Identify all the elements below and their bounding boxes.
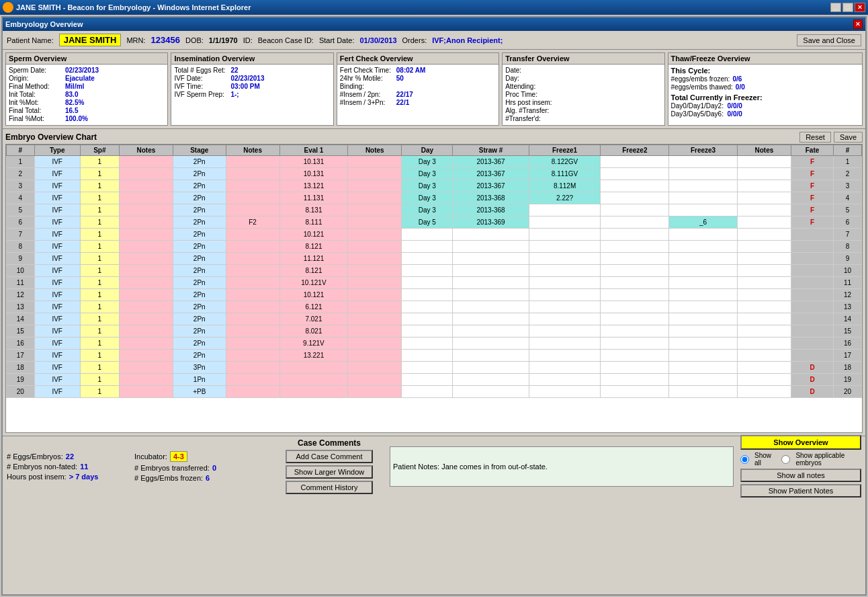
cell-hashnum: 20: [834, 386, 862, 398]
cell-freeze3: [669, 253, 738, 265]
window-close-button[interactable]: ✕: [853, 19, 863, 29]
final-pctmot-value: 100.0%: [65, 115, 88, 122]
cell-num: 17: [7, 350, 35, 362]
cell-notes3: [348, 374, 402, 386]
col-header-sp: Sp#: [80, 145, 119, 156]
cell-straw: [453, 265, 529, 277]
cell-notes3: [348, 325, 402, 337]
save-close-button[interactable]: Save and Close: [797, 34, 861, 46]
binding-label: Binding:: [340, 83, 394, 90]
cell-type: IVF: [34, 168, 80, 180]
show-overview-button[interactable]: Show Overview: [740, 435, 861, 450]
show-larger-window-button[interactable]: Show Larger Window: [286, 465, 373, 479]
cell-notes3: [348, 313, 402, 325]
cell-sp: 1: [80, 241, 119, 253]
chart-area: Embryo Overview Chart Reset Save # Type …: [3, 129, 865, 436]
cell-notes1: [119, 350, 173, 362]
cell-fate: [791, 229, 833, 241]
cell-straw: [453, 301, 529, 313]
total-freezer-label: Total Currently in Freezer:: [671, 93, 763, 102]
cell-day: [402, 337, 453, 350]
cell-fnotes: [737, 180, 791, 192]
fert-check-content: Fert Check Time:08:02 AM 24hr % Motile:5…: [337, 65, 498, 109]
cell-notes3: [348, 289, 402, 301]
cell-straw: [453, 325, 529, 337]
init-pctmot-value: 82.5%: [65, 99, 84, 106]
table-header-row: # Type Sp# Notes Stage Notes Eval 1 Note…: [7, 145, 862, 156]
cell-straw: [453, 241, 529, 253]
cell-notes2: [226, 180, 279, 192]
embryo-table-container[interactable]: # Type Sp# Notes Stage Notes Eval 1 Note…: [5, 144, 863, 433]
cell-freeze2: [601, 350, 669, 362]
cell-hashnum: 15: [834, 325, 862, 337]
cell-num: 4: [7, 192, 35, 204]
insemination-overview-header: Insemination Overview: [171, 53, 333, 65]
cell-freeze1: [529, 253, 601, 265]
cell-freeze3: [669, 204, 738, 216]
maximize-button[interactable]: □: [842, 3, 853, 12]
cell-straw: 2013-367: [453, 156, 529, 168]
cell-freeze1: 2.22?: [529, 192, 601, 204]
show-all-notes-button[interactable]: Show all notes: [740, 469, 861, 482]
proc-time-label: Proc Time:: [505, 91, 559, 98]
cell-notes2: [226, 277, 279, 289]
cell-fnotes: [737, 192, 791, 204]
orders-value: IVF;Anon Recipient;: [432, 36, 503, 44]
show-applicable-radio[interactable]: [781, 455, 790, 464]
cell-stage: 2Pn: [173, 289, 226, 301]
add-case-comment-button[interactable]: Add Case Comment: [286, 450, 373, 463]
cell-num: 15: [7, 325, 35, 337]
cell-notes1: [119, 192, 173, 204]
comment-history-button[interactable]: Comment History: [286, 481, 373, 494]
cell-sp: 1: [80, 265, 119, 277]
cell-stage: 1Pn: [173, 374, 226, 386]
pct-motile-label: 24hr % Motile:: [340, 75, 394, 82]
sperm-date-label: Sperm Date:: [9, 67, 62, 74]
cell-notes3: [348, 386, 402, 398]
ivf-time-label: IVF Time:: [174, 83, 228, 90]
hours-post-insem-value: > 7 days: [69, 473, 99, 481]
id-label: ID:: [243, 36, 253, 44]
show-all-radio[interactable]: [740, 455, 749, 464]
eggs-embryos-value: 22: [66, 452, 74, 461]
reset-button[interactable]: Reset: [799, 132, 831, 143]
chart-title: Embryo Overview Chart: [5, 132, 97, 142]
cell-type: IVF: [34, 180, 80, 192]
cell-stage: 2Pn: [173, 229, 226, 241]
cell-stage: +PB: [173, 386, 226, 398]
cell-fnotes: [737, 350, 791, 362]
cell-notes3: [348, 216, 402, 229]
cell-notes3: [348, 156, 402, 168]
close-button[interactable]: ✕: [855, 3, 865, 12]
cell-freeze3: [669, 168, 738, 180]
cell-day: Day 3: [402, 192, 453, 204]
cell-notes1: [119, 374, 173, 386]
transfer-overview-panel: Transfer Overview Date: Day: Attending: …: [502, 52, 664, 126]
sperm-date-value: 02/23/2013: [65, 67, 99, 74]
save-button[interactable]: Save: [834, 132, 863, 143]
cell-num: 14: [7, 313, 35, 325]
cell-freeze1: [529, 313, 601, 325]
sperm-overview-header: Sperm Overview: [6, 53, 167, 65]
cell-freeze1: [529, 325, 601, 337]
cell-hashnum: 1: [834, 156, 862, 168]
cell-type: IVF: [34, 301, 80, 313]
cell-freeze1: [529, 289, 601, 301]
show-patient-notes-button[interactable]: Show Patient Notes: [740, 484, 861, 497]
embryo-table-body: 1 IVF 1 2Pn 10.131 Day 3 2013-367 8.122G…: [7, 156, 862, 398]
cell-fate: [791, 289, 833, 301]
col-header-freeze2: Freeze2: [601, 145, 669, 156]
cell-notes2: [226, 204, 279, 216]
cell-hashnum: 18: [834, 362, 862, 374]
embryos-nonfated-label: # Embryos non-fated:: [7, 463, 77, 471]
cell-notes3: [348, 350, 402, 362]
cell-num: 2: [7, 168, 35, 180]
cell-notes2: [226, 374, 279, 386]
cell-straw: [453, 386, 529, 398]
minimize-button[interactable]: _: [830, 3, 841, 12]
cell-freeze3: [669, 325, 738, 337]
cell-fnotes: [737, 277, 791, 289]
ivf-sperm-prep-value: 1-;: [230, 91, 238, 98]
cell-num: 3: [7, 180, 35, 192]
cell-fnotes: [737, 265, 791, 277]
